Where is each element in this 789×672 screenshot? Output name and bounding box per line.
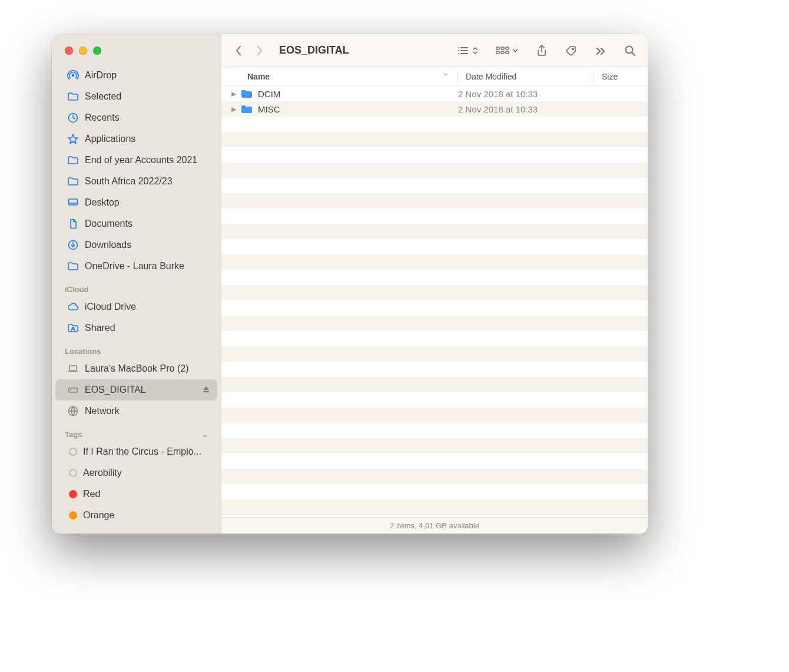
sidebar-section-icloud[interactable]: iCloud <box>52 277 221 296</box>
sidebar-item-favourite[interactable]: South Africa 2022/23 <box>55 171 217 192</box>
document-icon <box>67 218 79 230</box>
sidebar-item-tag[interactable]: Red <box>55 484 217 505</box>
zoom-button[interactable] <box>93 47 101 55</box>
group-by-button[interactable] <box>492 42 522 59</box>
window-title: EOS_DIGITAL <box>279 44 349 57</box>
sidebar-item-tag[interactable]: If I Ran the Circus - Emplo... <box>55 441 217 462</box>
svg-point-24 <box>626 46 633 53</box>
minimize-button[interactable] <box>79 47 87 55</box>
sidebar-item-label: AirDrop <box>85 70 210 81</box>
sidebar-item-favourite[interactable]: Documents <box>55 213 217 234</box>
sidebar-item-label: Orange <box>83 510 210 521</box>
sidebar-section-locations[interactable]: Locations <box>52 339 221 358</box>
svg-rect-7 <box>69 388 78 392</box>
sidebar: AirDrop Selected Recents Applications En… <box>52 34 221 534</box>
sidebar-item-favourite[interactable]: OneDrive - Laura Burke <box>55 256 217 277</box>
svg-rect-20 <box>501 51 504 54</box>
column-label: Size <box>602 72 618 81</box>
tag-dot-icon <box>69 490 77 498</box>
file-list[interactable]: ▶ DCIM 2 Nov 2018 at 10:33 ▶ MISC 2 Nov … <box>221 86 648 517</box>
status-bar: 2 items, 4,01 GB available <box>221 517 648 534</box>
column-size[interactable]: Size <box>594 72 648 81</box>
sidebar-item-icloud[interactable]: Shared <box>55 317 217 339</box>
sidebar-item-label: Downloads <box>85 240 210 250</box>
sidebar-item-favourite[interactable]: Desktop <box>55 192 217 213</box>
column-date[interactable]: Date Modified <box>458 72 593 81</box>
sidebar-item-location[interactable]: EOS_DIGITAL <box>55 379 217 400</box>
cloud-icon <box>67 301 79 313</box>
downloads-icon <box>67 239 79 251</box>
toolbar: EOS_DIGITAL <box>221 34 648 67</box>
sidebar-item-tag[interactable]: Orange <box>55 505 217 526</box>
sidebar-item-favourite[interactable]: AirDrop <box>55 65 217 86</box>
folder-icon <box>240 104 253 114</box>
file-name: DCIM <box>258 89 458 99</box>
search-button[interactable] <box>621 42 639 59</box>
sidebar-item-favourite[interactable]: Selected <box>55 86 217 107</box>
svg-line-25 <box>632 52 635 55</box>
sidebar-item-location[interactable]: Laura's MacBook Pro (2) <box>55 358 217 379</box>
overflow-button[interactable] <box>591 42 610 59</box>
view-mode-list-button[interactable] <box>453 42 482 59</box>
sidebar-item-tag[interactable]: Aerobility <box>55 462 217 484</box>
sidebar-item-label: Laura's MacBook Pro (2) <box>85 363 210 374</box>
sidebar-item-location[interactable]: Network <box>55 400 217 422</box>
sidebar-section-label: Tags <box>65 430 82 439</box>
finder-window: AirDrop Selected Recents Applications En… <box>52 34 648 534</box>
status-text: 2 items, 4,01 GB available <box>390 521 479 530</box>
tag-dot-icon <box>69 511 77 519</box>
file-row[interactable]: ▶ MISC 2 Nov 2018 at 10:33 <box>221 101 648 117</box>
forward-button[interactable] <box>251 42 268 59</box>
chevron-down-icon[interactable]: ⌄ <box>202 431 208 439</box>
file-date: 2 Nov 2018 at 10:33 <box>458 104 596 114</box>
svg-point-11 <box>458 47 459 48</box>
tag-dot-icon <box>69 469 77 477</box>
sidebar-item-label: Recents <box>85 112 210 123</box>
svg-rect-21 <box>506 47 509 49</box>
sidebar-item-favourite[interactable]: End of year Accounts 2021 <box>55 150 217 171</box>
back-button[interactable] <box>230 42 247 59</box>
svg-point-8 <box>70 390 71 391</box>
sidebar-item-label: Aerobility <box>83 468 210 478</box>
sidebar-item-label: Selected <box>85 91 210 102</box>
shared-icon <box>67 322 79 334</box>
folder-icon <box>240 88 253 99</box>
sidebar-item-favourite[interactable]: Recents <box>55 107 217 128</box>
folder-icon <box>67 176 79 187</box>
disclosure-triangle-icon[interactable]: ▶ <box>230 105 238 113</box>
svg-rect-18 <box>496 51 499 54</box>
window-controls <box>52 34 221 65</box>
sidebar-section-label: Locations <box>65 347 101 356</box>
sidebar-item-label: If I Ran the Circus - Emplo... <box>83 446 210 457</box>
sidebar-item-favourite[interactable]: Downloads <box>55 234 217 256</box>
svg-rect-22 <box>506 51 509 54</box>
laptop-icon <box>67 363 79 375</box>
share-button[interactable] <box>532 42 551 59</box>
sidebar-item-label: Shared <box>85 323 210 333</box>
sidebar-section-tags[interactable]: Tags ⌄ <box>52 422 221 441</box>
folder-icon <box>67 91 79 102</box>
sidebar-item-label: End of year Accounts 2021 <box>85 155 210 165</box>
disclosure-triangle-icon[interactable]: ▶ <box>230 90 238 98</box>
sidebar-item-icloud[interactable]: iCloud Drive <box>55 296 217 317</box>
sidebar-item-favourite[interactable]: Applications <box>55 128 217 150</box>
sidebar-item-label: iCloud Drive <box>85 302 210 312</box>
airdrop-icon <box>67 69 79 81</box>
sidebar-section-label: iCloud <box>65 285 88 294</box>
sidebar-item-label: Desktop <box>85 197 210 208</box>
apps-icon <box>67 133 79 145</box>
recents-icon <box>67 112 79 124</box>
folder-icon <box>67 154 79 166</box>
file-row[interactable]: ▶ DCIM 2 Nov 2018 at 10:33 <box>221 86 648 101</box>
svg-point-13 <box>458 50 459 51</box>
column-name[interactable]: Name ⌃ <box>247 72 457 81</box>
tags-button[interactable] <box>562 42 581 59</box>
column-header: Name ⌃ Date Modified Size <box>221 67 648 86</box>
drive-icon <box>67 384 79 396</box>
svg-rect-6 <box>69 366 77 370</box>
close-button[interactable] <box>65 47 73 55</box>
eject-icon[interactable] <box>202 385 210 395</box>
svg-point-23 <box>572 48 574 49</box>
file-name: MISC <box>258 104 458 114</box>
sidebar-item-label: Applications <box>85 134 210 144</box>
